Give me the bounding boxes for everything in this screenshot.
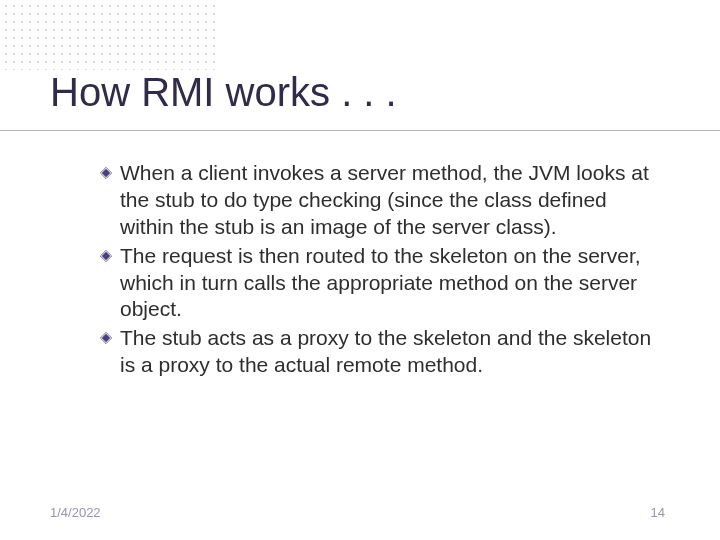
footer-date: 1/4/2022: [50, 505, 101, 520]
list-item: When a client invokes a server method, t…: [100, 160, 660, 241]
decorative-dot-grid: [0, 0, 220, 70]
slide-title: How RMI works . . .: [50, 70, 397, 115]
diamond-bullet-icon: [100, 167, 112, 179]
list-item: The request is then routed to the skelet…: [100, 243, 660, 324]
bullet-text: When a client invokes a server method, t…: [120, 160, 660, 241]
bullet-text: The request is then routed to the skelet…: [120, 243, 660, 324]
footer-page-number: 14: [651, 505, 665, 520]
diamond-bullet-icon: [100, 332, 112, 344]
list-item: The stub acts as a proxy to the skeleton…: [100, 325, 660, 379]
diamond-bullet-icon: [100, 250, 112, 262]
slide-body: When a client invokes a server method, t…: [100, 160, 660, 381]
bullet-text: The stub acts as a proxy to the skeleton…: [120, 325, 660, 379]
title-underline: [0, 130, 720, 131]
